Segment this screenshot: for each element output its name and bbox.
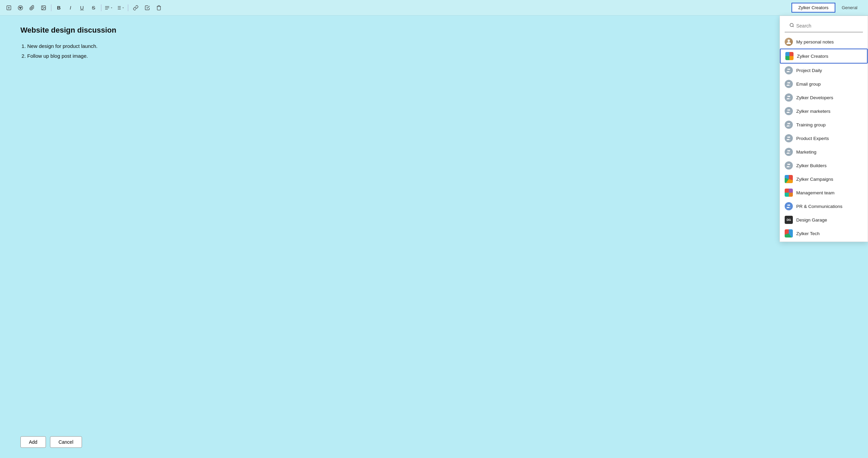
channel-name: Project Daily bbox=[796, 68, 822, 73]
list-item: Follow up blog post image. bbox=[27, 51, 848, 61]
channel-name: Zylker Builders bbox=[796, 163, 827, 168]
list-item[interactable]: Project Daily bbox=[780, 64, 868, 77]
channel-name: Design Garage bbox=[796, 217, 827, 223]
list-item[interactable]: PR & Communications bbox=[780, 199, 868, 213]
underline-icon[interactable]: U bbox=[77, 3, 87, 13]
svg-point-5 bbox=[21, 7, 22, 8]
svg-point-21 bbox=[787, 69, 789, 70]
list-item: New design for product launch. bbox=[27, 41, 848, 51]
italic-icon[interactable]: I bbox=[66, 3, 75, 13]
channel-name: Zylker marketers bbox=[796, 109, 831, 114]
list-item[interactable]: Zylker Builders bbox=[780, 159, 868, 172]
color-icon[interactable] bbox=[16, 3, 25, 13]
cancel-button[interactable]: Cancel bbox=[50, 436, 82, 448]
svg-point-38 bbox=[789, 205, 790, 206]
bottom-buttons: Add Cancel bbox=[20, 436, 82, 448]
svg-point-4 bbox=[19, 7, 20, 8]
avatar bbox=[785, 38, 793, 46]
svg-point-37 bbox=[787, 205, 789, 206]
list-item[interactable]: My personal notes bbox=[780, 35, 868, 49]
avatar bbox=[785, 121, 793, 129]
svg-point-36 bbox=[789, 164, 790, 165]
channel-name: PR & Communications bbox=[796, 204, 842, 209]
list-item[interactable]: Zylker Campaigns bbox=[780, 172, 868, 186]
channel-name: Management team bbox=[796, 190, 835, 195]
list-item[interactable]: Zylker Creators bbox=[780, 49, 868, 64]
checkbox-icon[interactable] bbox=[143, 3, 152, 13]
divider2 bbox=[101, 4, 101, 11]
align-icon[interactable] bbox=[104, 3, 114, 13]
tab-group: Zylker Creators General bbox=[791, 3, 864, 13]
svg-point-34 bbox=[789, 150, 790, 152]
svg-point-32 bbox=[789, 137, 790, 138]
list-item[interactable]: DG Design Garage bbox=[780, 213, 868, 227]
strikethrough-icon[interactable]: S bbox=[89, 3, 98, 13]
list-item[interactable]: Training group bbox=[780, 118, 868, 131]
channel-dropdown: My personal notes Zylker Creators Projec… bbox=[780, 16, 868, 242]
channel-name: Product Experts bbox=[796, 136, 829, 141]
add-button[interactable]: Add bbox=[20, 436, 46, 448]
svg-point-30 bbox=[789, 123, 790, 124]
list-item[interactable]: Marketing bbox=[780, 145, 868, 159]
channel-name: Zylker Creators bbox=[797, 54, 828, 59]
list-icon[interactable] bbox=[116, 3, 125, 13]
search-box bbox=[785, 19, 863, 32]
svg-line-19 bbox=[793, 26, 794, 27]
list-item[interactable]: Management team bbox=[780, 186, 868, 199]
svg-point-20 bbox=[788, 39, 790, 42]
search-icon bbox=[789, 23, 794, 29]
svg-point-31 bbox=[787, 137, 789, 138]
toolbar: B I U S Zylker Creators General bbox=[0, 0, 868, 16]
svg-point-29 bbox=[787, 123, 789, 124]
svg-point-18 bbox=[790, 23, 793, 27]
channel-name: My personal notes bbox=[796, 39, 834, 45]
channel-name: Zylker Tech bbox=[796, 231, 820, 236]
bold-icon[interactable]: B bbox=[54, 3, 64, 13]
document-list: New design for product launch. Follow up… bbox=[27, 41, 848, 61]
svg-point-6 bbox=[20, 8, 21, 9]
svg-point-27 bbox=[787, 109, 789, 111]
channel-list: My personal notes Zylker Creators Projec… bbox=[780, 34, 868, 242]
avatar bbox=[785, 80, 793, 88]
svg-point-22 bbox=[789, 69, 790, 70]
avatar bbox=[785, 66, 793, 74]
main-area: Website design discussion New design for… bbox=[0, 16, 868, 458]
avatar bbox=[785, 148, 793, 156]
svg-point-25 bbox=[787, 96, 789, 97]
list-item[interactable]: Zylker Tech bbox=[780, 227, 868, 240]
divider3 bbox=[128, 4, 128, 11]
svg-point-35 bbox=[787, 164, 789, 165]
svg-point-23 bbox=[787, 82, 789, 84]
divider1 bbox=[51, 4, 51, 11]
avatar bbox=[785, 93, 793, 102]
channel-name: Training group bbox=[796, 122, 826, 127]
svg-point-28 bbox=[789, 109, 790, 111]
list-item[interactable]: Email group bbox=[780, 77, 868, 91]
avatar bbox=[785, 107, 793, 115]
list-item[interactable]: Product Experts bbox=[780, 131, 868, 145]
svg-point-24 bbox=[789, 82, 790, 84]
list-item[interactable]: Zylker marketers bbox=[780, 104, 868, 118]
link-icon[interactable] bbox=[131, 3, 140, 13]
avatar bbox=[785, 161, 793, 170]
avatar: DG bbox=[785, 216, 793, 224]
channel-name: Marketing bbox=[796, 149, 816, 155]
clip-icon[interactable] bbox=[27, 3, 37, 13]
general-tab[interactable]: General bbox=[835, 3, 864, 12]
channel-name: Zylker Campaigns bbox=[796, 177, 833, 182]
attachment-icon[interactable] bbox=[4, 3, 14, 13]
image-icon[interactable] bbox=[39, 3, 48, 13]
list-item[interactable]: Zylker Developers bbox=[780, 91, 868, 104]
erase-icon[interactable] bbox=[154, 3, 164, 13]
channel-name: Zylker Developers bbox=[796, 95, 833, 100]
zylker-creators-tab[interactable]: Zylker Creators bbox=[791, 3, 835, 13]
search-input[interactable] bbox=[796, 23, 858, 29]
channel-name: Email group bbox=[796, 82, 821, 87]
avatar bbox=[785, 134, 793, 142]
document-title: Website design discussion bbox=[20, 26, 848, 35]
svg-point-8 bbox=[43, 6, 43, 7]
avatar bbox=[785, 229, 793, 237]
avatar bbox=[785, 189, 793, 197]
avatar bbox=[785, 175, 793, 183]
svg-point-33 bbox=[787, 150, 789, 152]
